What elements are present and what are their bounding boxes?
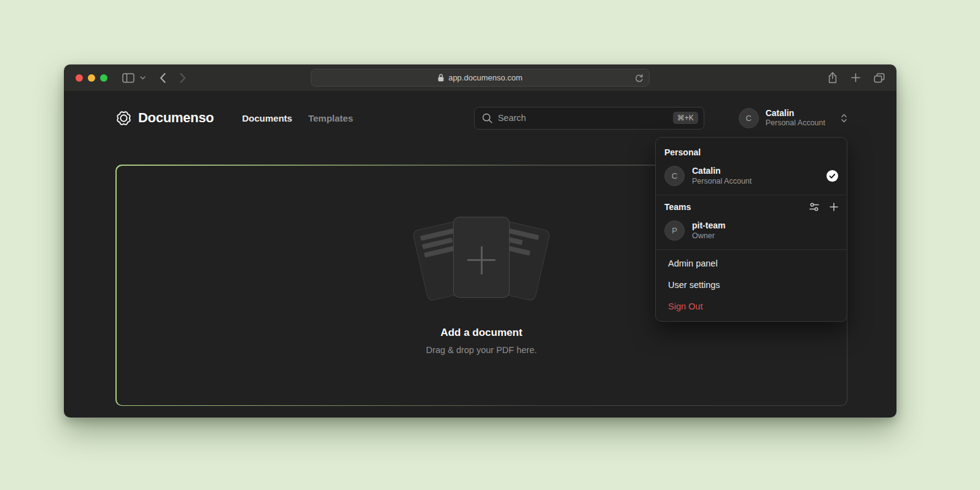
browser-toolbar: app.documenso.com — [64, 64, 896, 91]
forward-button[interactable] — [180, 73, 186, 83]
team-avatar: P — [664, 220, 685, 241]
account-dropdown-menu: Personal C Catalin Personal Account Team… — [655, 137, 847, 322]
tab-overview-button[interactable] — [874, 73, 885, 83]
card-front-with-plus — [453, 217, 510, 298]
account-name: Catalin — [766, 108, 825, 119]
add-team-button[interactable] — [830, 203, 838, 211]
add-plus-icon — [467, 246, 496, 274]
stacked-cards-illustration — [416, 216, 546, 306]
account-avatar: C — [739, 108, 759, 128]
sidebar-toggle-icon — [122, 73, 134, 83]
zoom-window-button[interactable] — [100, 74, 107, 82]
divider — [656, 195, 847, 195]
brand-logo[interactable]: Documenso — [115, 110, 214, 126]
menu-item-user-settings[interactable]: User settings — [656, 274, 847, 296]
check-circle-icon — [826, 170, 838, 182]
search-input[interactable] — [498, 113, 667, 123]
tab-overview-icon — [874, 73, 885, 83]
personal-account-item[interactable]: C Catalin Personal Account — [656, 161, 847, 193]
team-preferences-button[interactable] — [809, 202, 819, 212]
account-menu-button[interactable]: C Catalin Personal Account — [739, 108, 847, 128]
sidebar-chevron-button[interactable] — [140, 76, 146, 80]
team-item[interactable]: P pit-team Owner — [656, 216, 847, 248]
app-content: Documenso Documents Templates ⌘+K C — [64, 91, 896, 418]
nav-templates[interactable]: Templates — [308, 113, 353, 123]
menu-item-sign-out[interactable]: Sign Out — [656, 296, 847, 317]
lock-icon — [438, 74, 444, 82]
main-nav: Documents Templates — [242, 113, 353, 123]
window-controls — [76, 74, 107, 82]
brand-name: Documenso — [138, 110, 214, 126]
divider — [656, 249, 847, 250]
share-icon — [828, 72, 838, 84]
search-box[interactable]: ⌘+K — [474, 107, 704, 130]
dropzone-subtitle: Drag & drop your PDF here. — [426, 345, 537, 355]
search-shortcut-badge: ⌘+K — [673, 112, 698, 124]
share-button[interactable] — [828, 72, 838, 84]
back-icon — [160, 73, 166, 83]
forward-icon — [180, 73, 186, 83]
minimize-window-button[interactable] — [88, 74, 95, 82]
chevron-down-icon — [140, 76, 146, 80]
account-subtitle: Personal Account — [766, 119, 825, 128]
address-bar[interactable]: app.documenso.com — [311, 69, 650, 87]
search-icon — [482, 113, 492, 123]
back-button[interactable] — [160, 73, 166, 83]
address-bar-url: app.documenso.com — [448, 73, 523, 82]
sidebar-toggle-button[interactable] — [122, 73, 134, 83]
chevrons-up-down-icon — [841, 113, 847, 123]
browser-window: app.documenso.com — [64, 64, 896, 418]
plus-icon — [851, 73, 860, 82]
teams-section-label: Teams — [656, 196, 847, 216]
personal-avatar: C — [664, 166, 685, 186]
documenso-logo-icon — [115, 110, 132, 126]
dropzone-title: Add a document — [440, 327, 522, 339]
menu-item-admin-panel[interactable]: Admin panel — [656, 253, 847, 274]
new-tab-button[interactable] — [851, 73, 860, 82]
nav-documents[interactable]: Documents — [242, 113, 292, 123]
personal-section-label: Personal — [656, 142, 847, 161]
close-window-button[interactable] — [76, 74, 83, 82]
reload-button[interactable] — [635, 74, 644, 83]
